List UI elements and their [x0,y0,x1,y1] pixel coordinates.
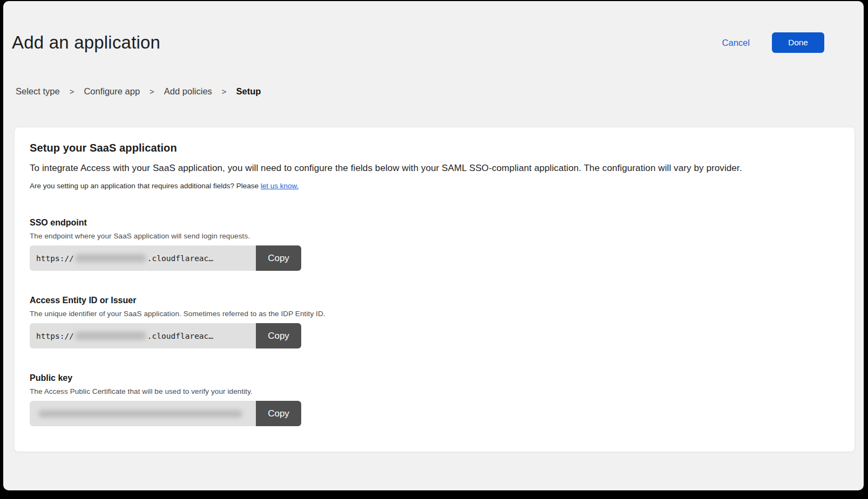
access-entity-id-row: https://.cloudflareac… Copy [30,323,301,348]
public-key-label: Public key [30,373,839,383]
app-window: Add an application Cancel Done Select ty… [3,1,864,490]
breadcrumb-setup-current: Setup [236,86,261,97]
page-header: Add an application Cancel Done [12,32,855,53]
access-entity-id-copy-button[interactable]: Copy [256,323,301,348]
public-key-copy-button[interactable]: Copy [256,401,301,426]
card-note-text: Are you setting up an application that r… [30,182,261,190]
access-entity-id-section: Access Entity ID or Issuer The unique id… [30,296,839,348]
breadcrumb-separator: > [70,87,74,96]
breadcrumb-configure-app[interactable]: Configure app [84,86,140,97]
access-entity-id-label: Access Entity ID or Issuer [30,296,839,305]
sso-endpoint-value: https://.cloudflareac… [30,245,256,271]
breadcrumb-separator: > [150,87,154,96]
access-entity-id-value-prefix: https:// [36,332,74,340]
access-entity-id-value-suffix: .cloudflareac… [147,332,213,340]
breadcrumb: Select type > Configure app > Add polici… [16,86,855,97]
sso-endpoint-row: https://.cloudflareac… Copy [30,245,301,271]
setup-card: Setup your SaaS application To integrate… [14,127,855,452]
card-heading: Setup your SaaS application [30,142,839,154]
sso-endpoint-value-suffix: .cloudflareac… [147,254,213,263]
public-key-row: Copy [30,401,301,426]
access-entity-id-value: https://.cloudflareac… [30,323,256,348]
header-actions: Cancel Done [722,32,824,53]
breadcrumb-select-type[interactable]: Select type [16,86,60,97]
sso-endpoint-section: SSO endpoint The endpoint where your Saa… [30,218,839,271]
access-entity-id-description: The unique identifier of your SaaS appli… [30,310,839,318]
let-us-know-link[interactable]: let us know. [261,182,299,190]
cancel-button[interactable]: Cancel [722,38,750,48]
page-title: Add an application [12,32,160,53]
sso-endpoint-value-prefix: https:// [36,254,74,263]
redacted-value-blur [75,254,146,262]
redacted-value-blur [75,332,146,340]
public-key-description: The Access Public Certificate that will … [30,387,839,395]
redacted-value-blur [38,410,242,418]
breadcrumb-separator: > [222,87,227,96]
breadcrumb-add-policies[interactable]: Add policies [164,86,212,97]
sso-endpoint-copy-button[interactable]: Copy [256,245,301,271]
sso-endpoint-description: The endpoint where your SaaS application… [30,232,839,240]
sso-endpoint-label: SSO endpoint [30,218,839,228]
public-key-value [30,401,256,426]
public-key-section: Public key The Access Public Certificate… [30,373,839,426]
card-intro-text: To integrate Access with your SaaS appli… [30,163,839,174]
card-note: Are you setting up an application that r… [30,182,839,190]
done-button[interactable]: Done [772,32,824,53]
